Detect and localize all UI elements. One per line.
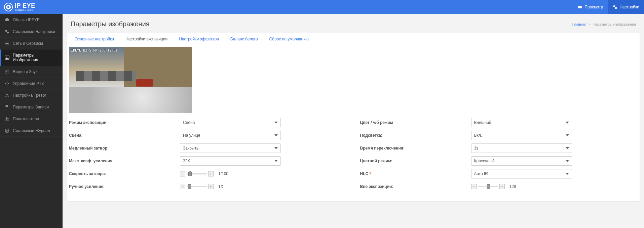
warning-icon <box>5 93 9 98</box>
gears-icon <box>613 5 617 9</box>
document-icon <box>5 128 9 133</box>
logo-eye-icon <box>4 3 13 11</box>
sidebar-item-alarm[interactable]: Настройка Тревог <box>0 90 63 101</box>
preview-button[interactable]: Просмотр <box>573 0 608 14</box>
minus-icon[interactable]: − <box>180 184 185 189</box>
preview-overlay-text: IPEYE B2-S PR-2.8-12-01 <box>71 48 117 52</box>
svg-point-5 <box>6 42 8 44</box>
manual-gain-slider[interactable]: − + <box>180 184 214 189</box>
sidebar-item-network[interactable]: Сеть и Сервисы <box>0 38 63 50</box>
out-exposure-label: Вне экспозиции: <box>360 184 471 189</box>
logo-title: IP EYE <box>15 3 35 9</box>
gear-icon <box>5 41 9 46</box>
flag-icon <box>5 105 9 109</box>
sidebar-label: Параметры Записи <box>13 105 49 109</box>
sidebar-item-cloud[interactable]: Облако IPEYE <box>0 14 63 26</box>
svg-point-3 <box>5 30 7 32</box>
cloud-icon <box>5 18 9 22</box>
switch-time-select[interactable]: 3s <box>471 143 572 153</box>
camera-icon <box>578 5 582 9</box>
tabs: Основные настройки Настройки экспозиции … <box>67 33 640 45</box>
slow-shutter-select[interactable]: Закрыть <box>180 143 281 153</box>
settings-label: Настройки <box>619 5 639 9</box>
breadcrumb-current: Параметры изображения <box>593 22 636 26</box>
sidebar-label: Настройка Тревог <box>13 93 46 98</box>
svg-point-2 <box>615 7 617 9</box>
out-exposure-value: 128 <box>509 184 523 189</box>
preview-label: Просмотр <box>584 5 603 9</box>
shutter-speed-value: 1/100 <box>218 171 232 176</box>
breadcrumb-sep: > <box>589 22 591 26</box>
topbar: IP EYE ВИДЕТЬ ВСЕ Просмотр Настройки <box>0 0 644 14</box>
exposure-mode-select[interactable]: Сцена <box>180 118 281 127</box>
sidebar-label: Системный Журнал <box>13 128 50 133</box>
tab-white-balance[interactable]: Баланс белого <box>225 33 264 45</box>
sidebar-item-record[interactable]: Параметры Записи <box>0 101 63 113</box>
sidebar-item-video[interactable]: Видео и Звук <box>0 66 63 78</box>
svg-point-7 <box>6 57 7 58</box>
page-title: Параметры изображения <box>71 20 150 28</box>
tab-basic[interactable]: Основные настройки <box>69 33 120 45</box>
tab-exposure[interactable]: Настройки экспозиции <box>120 33 173 45</box>
users-icon <box>5 117 9 121</box>
color-profile-select[interactable]: Красочный <box>471 156 572 166</box>
breadcrumb-home[interactable]: Главная <box>572 22 586 26</box>
help-icon[interactable]: ? <box>369 172 371 176</box>
form-right-col: Цвет / ч/б режим Внешний Подсветка: Вкл. <box>360 118 638 195</box>
manual-gain-value: 1X <box>218 184 232 189</box>
settings-card: Основные настройки Настройки экспозиции … <box>67 33 640 202</box>
sidebar-label: Облако IPEYE <box>13 18 40 22</box>
form-left-col: Режим экспозиции: Сцена Сцена: На улице <box>69 118 347 195</box>
sidebar: Облако IPEYE Системные Настройки Сеть и … <box>0 14 63 228</box>
hlc-label: HLC? <box>360 171 471 176</box>
svg-point-11 <box>6 117 7 119</box>
shutter-speed-label: Скорость затвора: <box>69 171 180 176</box>
svg-rect-9 <box>7 95 7 96</box>
sidebar-item-log[interactable]: Системный Журнал <box>0 125 63 137</box>
svg-point-4 <box>7 32 9 33</box>
hlc-select[interactable]: Авто IR <box>471 169 572 178</box>
sidebar-label: Видео и Звук <box>13 69 37 74</box>
manual-gain-label: Ручное усиление: <box>69 184 180 189</box>
backlight-select[interactable]: Вкл. <box>471 131 572 140</box>
color-profile-label: Цветной режим: <box>360 159 471 163</box>
svg-rect-6 <box>5 56 9 60</box>
max-gain-label: Макс. коэф. усиления: <box>69 159 180 163</box>
sidebar-label: Параметры Изображения <box>13 53 58 62</box>
plus-icon[interactable]: + <box>208 171 214 176</box>
sidebar-item-image-params[interactable]: Параметры Изображения <box>0 50 63 66</box>
tab-reset[interactable]: Сброс по умолчанию <box>264 33 314 45</box>
tab-effects[interactable]: Настройки эффектов <box>173 33 225 45</box>
minus-icon[interactable]: − <box>180 171 185 176</box>
sidebar-item-system[interactable]: Системные Настройки <box>0 26 63 38</box>
backlight-label: Подсветка: <box>360 133 471 138</box>
out-exposure-slider[interactable]: − + <box>471 184 505 189</box>
logo-sub: ВИДЕТЬ ВСЕ <box>15 9 35 11</box>
gears-icon <box>5 29 9 34</box>
switch-time-label: Время переключения: <box>360 146 471 151</box>
max-gain-select[interactable]: 32X <box>180 156 281 166</box>
settings-button[interactable]: Настройки <box>608 0 644 14</box>
plus-icon[interactable]: + <box>208 184 214 189</box>
sidebar-item-ptz[interactable]: Управление PTZ <box>0 78 63 90</box>
color-mode-select[interactable]: Внешний <box>471 118 572 127</box>
color-mode-label: Цвет / ч/б режим <box>360 120 471 125</box>
sidebar-label: Управление PTZ <box>13 81 44 86</box>
film-icon <box>5 69 9 74</box>
main: Параметры изображения Главная > Параметр… <box>63 14 644 228</box>
sidebar-item-users[interactable]: Пользователи <box>0 113 63 125</box>
scene-select[interactable]: На улице <box>180 131 281 140</box>
plus-icon[interactable]: + <box>499 184 505 189</box>
sidebar-label: Сеть и Сервисы <box>13 41 43 46</box>
minus-icon[interactable]: − <box>471 184 477 189</box>
svg-rect-0 <box>578 6 581 8</box>
svg-rect-10 <box>7 96 7 97</box>
top-actions: Просмотр Настройки <box>573 0 644 14</box>
shutter-speed-slider[interactable]: − + <box>180 171 214 176</box>
arrows-icon <box>5 81 9 86</box>
camera-preview: IPEYE B2-S PR-2.8-12-01 <box>69 47 192 113</box>
scene-label: Сцена: <box>69 133 180 138</box>
sidebar-label: Пользователи <box>13 117 39 121</box>
svg-point-1 <box>613 5 615 7</box>
exposure-mode-label: Режим экспозиции: <box>69 120 180 125</box>
